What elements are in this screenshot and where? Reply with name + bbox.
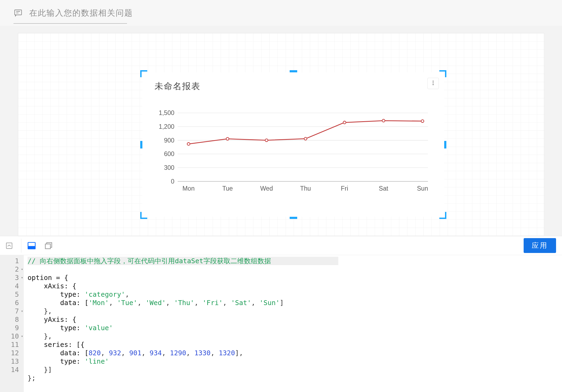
search-input[interactable]: 在此输入您的数据相关问题 (29, 8, 133, 19)
apply-button[interactable]: 应用 (524, 238, 556, 253)
svg-text:Tue: Tue (222, 185, 233, 192)
line-chart: 03006009001,2001,500MonTueWedThuFriSatSu… (155, 107, 432, 194)
card-more-button[interactable] (427, 78, 439, 89)
tab-stack-panel[interactable] (42, 239, 55, 252)
chart-title: 未命名报表 (155, 80, 200, 92)
chart-card[interactable]: 未命名报表 03006009001,2001,500MonTueWedThuFr… (142, 72, 444, 217)
svg-point-27 (304, 137, 307, 140)
svg-rect-31 (6, 243, 12, 248)
svg-text:Thu: Thu (300, 185, 311, 192)
tab-bottom-panel[interactable] (25, 239, 38, 252)
svg-point-25 (226, 137, 229, 140)
svg-text:Sun: Sun (417, 185, 428, 192)
svg-text:0: 0 (171, 178, 175, 185)
svg-point-30 (421, 120, 424, 123)
svg-point-24 (187, 143, 190, 145)
svg-rect-33 (28, 246, 35, 249)
chat-icon (14, 8, 23, 18)
svg-text:Mon: Mon (182, 185, 195, 192)
svg-point-1 (433, 81, 434, 82)
code-editor[interactable]: // 向右侧数据面板中拖入字段，可在代码中引用dataSet字段获取二维数组数据… (24, 255, 562, 392)
svg-point-3 (433, 84, 434, 85)
svg-rect-34 (45, 244, 51, 249)
svg-point-28 (343, 121, 346, 124)
collapse-panel-button[interactable] (3, 239, 16, 252)
svg-text:1,500: 1,500 (159, 109, 175, 116)
search-underline (14, 23, 127, 24)
svg-text:600: 600 (164, 150, 175, 157)
svg-text:900: 900 (164, 137, 175, 144)
more-vertical-icon (430, 80, 436, 87)
report-canvas[interactable]: 未命名报表 03006009001,2001,500MonTueWedThuFr… (18, 33, 544, 236)
svg-rect-0 (15, 10, 22, 15)
svg-text:1,200: 1,200 (159, 123, 175, 130)
svg-point-26 (265, 139, 268, 141)
code-gutter: 1234567891011121314 (0, 255, 24, 392)
svg-point-2 (433, 82, 434, 83)
svg-point-29 (382, 119, 385, 122)
svg-text:Fri: Fri (341, 185, 348, 192)
svg-text:Sat: Sat (379, 185, 388, 192)
svg-text:Wed: Wed (260, 185, 273, 192)
svg-text:300: 300 (164, 164, 175, 171)
editor-toolbar: 应用 (0, 236, 562, 255)
